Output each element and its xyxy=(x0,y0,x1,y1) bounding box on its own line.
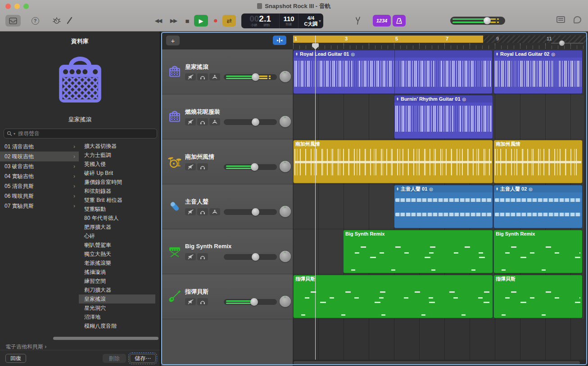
chevron-down-icon[interactable]: ▾ xyxy=(319,18,321,24)
preset-item[interactable]: 擴大器切換器 xyxy=(79,142,155,151)
preset-item[interactable]: 肥厚擴大器 xyxy=(79,223,155,232)
search-input[interactable]: ▾ 搜尋聲音 xyxy=(4,129,157,138)
timeline-vertical-scrollbar[interactable] xyxy=(584,49,588,360)
library-horizontal-scrollbar[interactable] xyxy=(53,337,158,340)
preset-item[interactable]: 喇叭聲駕車 xyxy=(79,241,155,250)
region-lead-vocal-01[interactable]: ▲▼ 主音人聲 01 ◎ xyxy=(394,185,493,228)
category-item[interactable]: 04 實驗吉他› xyxy=(0,171,79,181)
track-header-burning-tweed[interactable]: 燃燒花呢服裝 xyxy=(162,94,293,139)
track-header-socal[interactable]: 南加州風情 xyxy=(162,139,293,184)
cycle-button[interactable]: ⇄ xyxy=(222,15,236,27)
mute-button[interactable] xyxy=(185,73,196,80)
notepad-button[interactable] xyxy=(556,16,565,23)
record-button[interactable]: ● xyxy=(209,15,221,27)
track-header-royal-rock[interactable]: 皇家搖滾 xyxy=(162,49,293,94)
rewind-button[interactable]: ◀◀ xyxy=(151,15,165,27)
pan-knob[interactable] xyxy=(280,296,291,307)
play-button[interactable]: ▶ xyxy=(194,15,208,27)
pan-knob[interactable] xyxy=(280,116,291,127)
mute-button[interactable] xyxy=(185,118,196,125)
count-in-button[interactable]: 1234 xyxy=(373,15,391,27)
region-big-synth-remix-2[interactable]: Big Synth Remix xyxy=(493,230,583,273)
pan-knob[interactable] xyxy=(280,71,291,82)
mute-button[interactable] xyxy=(185,208,196,215)
pan-knob[interactable] xyxy=(280,251,291,262)
preset-item[interactable]: 剃刀擴大器 xyxy=(79,286,155,295)
preset-item[interactable]: 練習空間 xyxy=(79,277,155,286)
category-item[interactable]: 05 清音貝斯› xyxy=(0,181,79,191)
volume-knob[interactable] xyxy=(250,298,258,306)
master-volume-slider[interactable] xyxy=(450,17,505,25)
category-item-selected[interactable]: 02 嘎吱吉他› xyxy=(0,152,79,161)
solo-button[interactable] xyxy=(197,163,208,170)
revert-button[interactable]: 回復 xyxy=(5,354,26,363)
metronome-button[interactable] xyxy=(393,15,406,27)
preset-item[interactable]: 獨立大熱天 xyxy=(79,250,155,259)
preset-item[interactable]: 英國入侵 xyxy=(79,160,155,169)
preset-item[interactable]: 雙重驅動 xyxy=(79,205,155,214)
timeline-horizontal-scrollbar[interactable] xyxy=(293,360,588,366)
mute-button[interactable] xyxy=(185,163,196,170)
region-burnin-rhythm-guitar-01[interactable]: ▲▼ Burnin’ Rhythm Guitar 01 ◎ xyxy=(394,95,493,139)
solo-button[interactable] xyxy=(197,73,208,80)
input-monitor-button[interactable] xyxy=(209,208,220,215)
lcd-key-signature[interactable]: 4/4 C大調 ▾ xyxy=(298,13,323,28)
solo-button[interactable] xyxy=(197,298,208,305)
pan-knob[interactable] xyxy=(280,206,291,217)
volume-knob[interactable] xyxy=(252,253,259,261)
solo-button[interactable] xyxy=(197,253,208,260)
save-button[interactable]: 儲存⋯ xyxy=(130,354,156,363)
cycle-region[interactable] xyxy=(293,36,483,43)
preset-item[interactable]: 雙重 Brit 相位器 xyxy=(79,196,155,205)
mute-button[interactable] xyxy=(185,253,196,260)
mute-button[interactable] xyxy=(185,298,196,305)
track-header-lead-vocal[interactable]: 主音人聲 xyxy=(162,184,293,229)
preset-item[interactable]: 沼澤地 xyxy=(79,312,155,321)
timeline-ruler[interactable]: 1 3 5 7 9 11 xyxy=(293,31,588,49)
track-volume-slider[interactable] xyxy=(224,74,277,80)
category-item[interactable]: 03 破音吉他› xyxy=(0,161,79,171)
stop-button[interactable]: ■ xyxy=(181,15,193,27)
preset-item[interactable]: 80 年代哥德人 xyxy=(79,214,155,223)
region-fingerstyle-bass-1[interactable]: 指彈貝斯 xyxy=(293,275,493,318)
region-lead-vocal-02[interactable]: ▲▼ 主音人聲 02 ◎ xyxy=(493,185,583,228)
volume-knob[interactable] xyxy=(252,208,259,216)
region-royal-lead-guitar-01[interactable]: ▲▼ Royal Lead Guitar 01 ◎ xyxy=(293,50,493,94)
preset-item[interactable]: 星光洞穴 xyxy=(79,304,155,312)
editor-pencil-button[interactable] xyxy=(64,15,74,27)
solo-button[interactable] xyxy=(197,208,208,215)
catch-playhead-button[interactable]: ▸ ◂ xyxy=(273,36,286,45)
solo-button[interactable] xyxy=(197,118,208,125)
preset-item[interactable]: 老派搖滾樂 xyxy=(79,259,155,268)
region-socal-1[interactable]: 南加州風情 xyxy=(293,140,493,183)
volume-knob[interactable] xyxy=(251,163,258,171)
preset-item[interactable]: 心碎 xyxy=(79,232,155,241)
preset-item[interactable]: 模糊八度音階 xyxy=(79,321,155,330)
scroll-thumb[interactable] xyxy=(294,361,580,365)
preset-item[interactable]: 和弦刻錄器 xyxy=(79,187,155,196)
track-volume-slider[interactable] xyxy=(224,299,277,305)
volume-knob[interactable] xyxy=(252,118,259,126)
controls-dial-button[interactable] xyxy=(51,15,63,27)
category-item[interactable]: 01 清音吉他› xyxy=(0,142,79,152)
preset-item-selected[interactable]: 皇家搖滾 xyxy=(79,295,155,304)
lcd-display[interactable]: 002.1 小節 節拍 110 拍速 4/4 C大調 ▾ xyxy=(241,13,323,28)
preset-item[interactable]: 破碎 Up Brit xyxy=(79,169,155,178)
zoom-knob[interactable] xyxy=(559,40,565,46)
category-item[interactable]: 06 嘎吱貝斯› xyxy=(0,191,79,201)
forward-button[interactable]: ▶▶ xyxy=(167,15,180,27)
playhead[interactable] xyxy=(315,36,316,360)
loop-browser-button[interactable] xyxy=(574,16,581,23)
track-volume-slider[interactable] xyxy=(224,254,277,260)
tuner-button[interactable] xyxy=(352,15,364,27)
pan-knob[interactable] xyxy=(280,161,291,172)
volume-knob[interactable] xyxy=(252,73,259,81)
region-royal-lead-guitar-02[interactable]: ▲▼ Royal Lead Guitar 02 ◎ xyxy=(493,50,583,94)
help-button[interactable]: ? xyxy=(30,15,41,27)
track-header-fingerstyle-bass[interactable]: 指彈貝斯 xyxy=(162,274,293,319)
delete-button[interactable]: 刪除 xyxy=(103,354,126,363)
volume-knob[interactable] xyxy=(484,17,491,24)
lcd-tempo[interactable]: 110 拍速 xyxy=(279,13,298,28)
zoom-slider[interactable] xyxy=(551,40,583,46)
input-monitor-button[interactable] xyxy=(209,73,220,80)
